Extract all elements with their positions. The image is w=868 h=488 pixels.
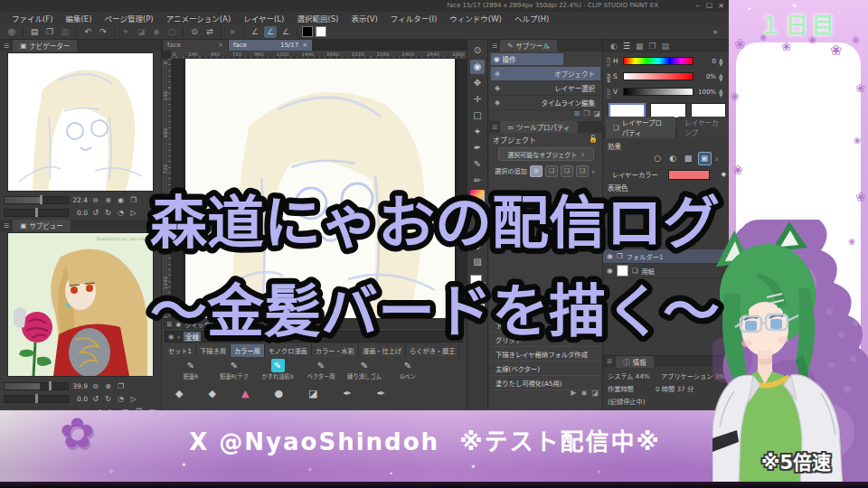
navigator-rotate-slider[interactable]: [4, 209, 69, 217]
quick-access-tool[interactable]: ✎ 鉛筆R(テク: [215, 359, 253, 386]
zoom-out-icon[interactable]: ⊖: [90, 382, 100, 390]
reset-icon[interactable]: ◔: [116, 395, 126, 403]
tab-tool-property[interactable]: ⚎ツールプロパティ: [500, 121, 577, 133]
subtool-item[interactable]: ◈ タイムライン編集: [491, 96, 600, 110]
quick-access-tool[interactable]: ✎ Gペン: [389, 359, 427, 386]
menu-item[interactable]: ページ管理(P): [99, 13, 160, 23]
quick-access-tool[interactable]: ✎ 練り消しゴム: [345, 359, 383, 386]
color-mixer-tab-icon[interactable]: ❐: [648, 42, 656, 51]
color-set-tab-icon[interactable]: ▦: [636, 42, 644, 51]
navigator-preview[interactable]: [8, 53, 153, 191]
fill-tool-icon[interactable]: ◆: [208, 388, 215, 399]
value-slider[interactable]: [623, 88, 693, 96]
quick-access-tool[interactable]: ✎ 鉛筆R: [172, 359, 210, 386]
tab-close-icon[interactable]: ✕: [302, 42, 307, 49]
bucket-icon[interactable]: ◆: [721, 170, 726, 178]
tone-effect-icon[interactable]: ◐: [667, 153, 679, 164]
canvas-tab-face[interactable]: face ✕: [163, 40, 228, 51]
rotate-left-icon[interactable]: ↺: [90, 395, 100, 403]
save-icon[interactable]: ▥: [59, 26, 71, 38]
snap-grid-icon[interactable]: ∠: [279, 26, 292, 38]
eyedropper-tool-icon[interactable]: ✒: [343, 388, 351, 399]
wand-tool-icon[interactable]: ✦: [470, 125, 485, 139]
subtool-item[interactable]: ◈ レイヤー選択: [491, 81, 600, 96]
crop-icon[interactable]: ▢: [165, 26, 178, 38]
selection-new-button[interactable]: ▣: [530, 165, 542, 177]
color-mode-label[interactable]: HSV: [606, 73, 611, 82]
saturation-slider[interactable]: [623, 72, 693, 80]
duplicate-subtool-icon[interactable]: ❐: [583, 109, 590, 119]
object-tool-icon[interactable]: ◉: [470, 60, 485, 74]
undo-icon[interactable]: ↶: [81, 26, 94, 38]
navigator-zoom-slider[interactable]: [4, 196, 69, 204]
panel-menu-icon[interactable]: ☰: [4, 42, 9, 50]
close-button[interactable]: ✕: [715, 1, 727, 11]
maximize-button[interactable]: ☐: [703, 1, 715, 11]
selection-multiply-button[interactable]: ❏: [576, 165, 589, 177]
layer-color-effect-icon[interactable]: ▣: [698, 152, 712, 165]
menu-item[interactable]: 選択範囲(S): [290, 13, 344, 23]
record-action-icon[interactable]: ◉: [580, 389, 587, 397]
menu-item[interactable]: レイヤー(L): [237, 13, 290, 23]
move-tool-icon[interactable]: ✛: [470, 92, 485, 107]
flip-icon[interactable]: ▷: [128, 395, 138, 403]
tab-layer-comp[interactable]: レイヤーカンプ: [677, 117, 730, 138]
menu-item[interactable]: フィルター(I): [384, 13, 443, 23]
quick-access-tool[interactable]: ✎ ベクター用: [302, 359, 340, 386]
chevron-down-icon[interactable]: ∨: [591, 168, 595, 174]
main-color-swatch[interactable]: [302, 26, 313, 37]
play-action-icon[interactable]: ▶: [571, 389, 576, 397]
selection-add-button[interactable]: ❏: [545, 165, 558, 177]
color-mode-label[interactable]: CMY: [606, 89, 611, 99]
delete-subtool-icon[interactable]: ◪: [593, 109, 600, 119]
lock-icon[interactable]: 🔓: [589, 135, 598, 143]
panel-menu-icon[interactable]: ☰: [492, 42, 497, 50]
add-subtool-icon[interactable]: ⊞: [574, 109, 580, 119]
fill-tool-icon[interactable]: ◆: [175, 388, 183, 399]
minimize-button[interactable]: –: [692, 1, 703, 11]
selectable-object-dropdown[interactable]: 選択可能なオブジェクト ∨: [498, 147, 594, 161]
redo-icon[interactable]: ↷: [97, 26, 109, 38]
color-slider-tab-icon[interactable]: ☰: [623, 42, 630, 51]
ink-tool-icon[interactable]: ●: [274, 388, 283, 399]
subtool-item[interactable]: ◈ オブジェクト: [491, 67, 600, 81]
subview-rotate-slider[interactable]: [4, 395, 69, 403]
subtool-group-operation[interactable]: ◉ 操作: [491, 53, 563, 65]
hand-tool-icon[interactable]: ✥: [470, 76, 485, 90]
fit-icon[interactable]: ❐: [116, 382, 126, 390]
selection-subtract-button[interactable]: ❏: [561, 165, 573, 177]
rotate-right-icon[interactable]: ↻: [103, 209, 113, 217]
eyedropper-tool-icon[interactable]: ✒: [470, 141, 485, 155]
toolbar-overflow-icon[interactable]: »: [709, 26, 722, 38]
tab-navigator[interactable]: ▣ナビゲーター: [13, 40, 77, 52]
stepper-icon[interactable]: ▲▼: [719, 57, 723, 66]
eraser-tool-icon[interactable]: ◪: [308, 388, 317, 399]
fill-icon[interactable]: ◪: [135, 26, 147, 38]
sub-color-swatch[interactable]: [316, 26, 326, 37]
new-file-icon[interactable]: ▤: [28, 26, 41, 38]
menu-item[interactable]: ウィンドウ(W): [443, 13, 508, 23]
zoom-in-icon[interactable]: ⊕: [103, 196, 113, 204]
marquee-tool-icon[interactable]: □: [470, 108, 485, 123]
grid-icon[interactable]: ⌗: [226, 26, 239, 38]
hue-slider[interactable]: [623, 57, 693, 65]
halftone-effect-icon[interactable]: ▩: [683, 153, 694, 164]
tab-layer-property[interactable]: ❏レイヤープロパティ: [606, 117, 675, 138]
border-effect-icon[interactable]: ○: [652, 153, 664, 164]
tab-close-icon[interactable]: ✕: [218, 42, 223, 49]
rotate-right-icon[interactable]: ↻: [103, 395, 113, 403]
pen-tool-icon[interactable]: ✎: [470, 157, 485, 172]
softserve-brush-icon[interactable]: ▲: [241, 388, 249, 399]
clip-studio-logo-icon[interactable]: ◎: [5, 26, 18, 38]
zoom-in-icon[interactable]: ⊕: [103, 382, 113, 390]
color-history-tab-icon[interactable]: ▤: [662, 42, 670, 51]
stepper-icon[interactable]: ▲▼: [719, 88, 723, 97]
color-mode-label[interactable]: RGB: [606, 57, 611, 67]
menu-item[interactable]: 表示(V): [344, 13, 383, 23]
menu-item[interactable]: 編集(E): [60, 13, 99, 23]
color-wheel-tab-icon[interactable]: ◐: [610, 42, 618, 51]
snap-special-ruler-icon[interactable]: ∠: [264, 26, 277, 38]
open-file-icon[interactable]: ❐: [43, 26, 56, 38]
rotate-left-icon[interactable]: ↺: [90, 209, 100, 217]
menu-item[interactable]: アニメーション(A): [160, 13, 238, 23]
